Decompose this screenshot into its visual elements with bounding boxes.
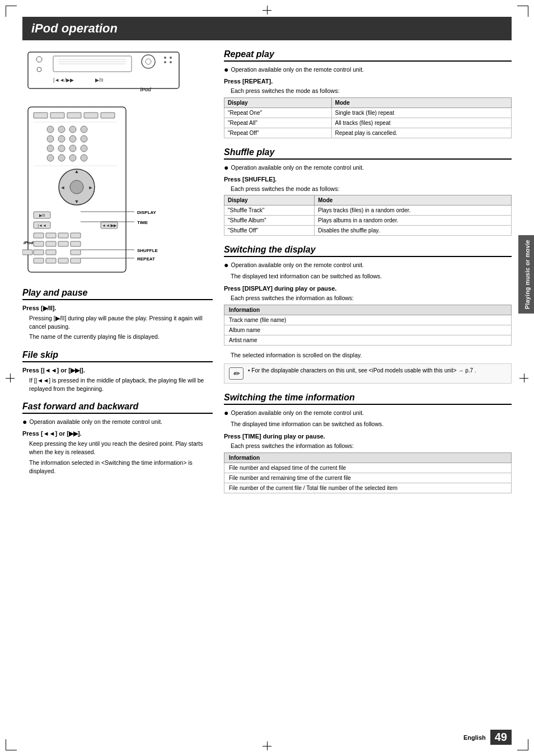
bullet-icon: ● <box>224 66 228 73</box>
display-info-table: Information Track name (file name) Album… <box>224 305 512 346</box>
svg-point-29 <box>69 136 76 142</box>
table-row: File number and elapsed time of the curr… <box>224 463 512 473</box>
svg-point-7 <box>142 55 155 68</box>
shuffle-col-mode: Mode <box>315 195 512 206</box>
switching-time-body1: The displayed time information can be sw… <box>224 420 512 428</box>
section-fast-forward-title: Fast forward and backward <box>22 402 213 414</box>
svg-text:REPEAT: REPEAT <box>137 256 155 262</box>
svg-point-30 <box>81 136 87 142</box>
svg-point-34 <box>81 145 87 152</box>
section-play-pause-title: Play and pause <box>22 288 213 300</box>
svg-rect-18 <box>50 113 64 118</box>
svg-text:TIME: TIME <box>137 220 148 225</box>
remote-diagram-container: ▲ ▼ ◄ ► ▶/II |◄◄ ◄◄/▶▶ <box>22 104 213 279</box>
file-skip-body1: If [|◄◄] is pressed in the middle of pla… <box>22 376 213 393</box>
svg-rect-59 <box>71 241 81 246</box>
shuffle-table: Display Mode "Shuffle Track" Plays track… <box>224 195 512 236</box>
svg-point-12 <box>170 61 172 63</box>
switching-time-each-press: Each press switches the information as f… <box>224 442 512 450</box>
section-shuffle-title: Shuffle play <box>224 147 512 160</box>
svg-text:|◄◄: |◄◄ <box>38 223 46 228</box>
svg-rect-19 <box>67 113 81 118</box>
svg-point-1 <box>36 57 42 62</box>
ff-body1: Keep pressing the key until you reach th… <box>22 440 213 456</box>
play-pause-body1: Pressing [▶/II] during play will pause t… <box>22 314 213 330</box>
svg-text:►: ► <box>88 185 93 190</box>
display-body2: The selected information is scrolled on … <box>224 351 512 360</box>
svg-point-25 <box>69 126 76 133</box>
shuffle-each-press: Each press switches the mode as follows: <box>224 185 512 193</box>
svg-rect-60 <box>34 250 44 255</box>
right-column: Repeat play ● Operation available only o… <box>224 49 512 499</box>
sidebar-playing-music: Playing music or movie <box>518 235 534 314</box>
svg-text:SHUFFLE: SHUFFLE <box>137 248 158 253</box>
svg-point-38 <box>81 155 87 161</box>
switching-display-each-press: Each press switches the information as f… <box>224 294 512 302</box>
ff-body2: The information selected in <Switching t… <box>22 459 213 475</box>
section-switching-time-title: Switching the time information <box>224 393 512 405</box>
svg-point-2 <box>37 67 41 72</box>
svg-rect-62 <box>22 250 32 255</box>
main-content: |◄◄/▶▶ ▶/II iPod <box>22 49 512 499</box>
press-play-label: Press [▶/II]. <box>22 305 213 312</box>
svg-point-27 <box>47 136 54 142</box>
svg-point-8 <box>146 59 151 64</box>
svg-point-24 <box>58 126 65 133</box>
corner-mark-br <box>517 739 528 750</box>
language-label: English <box>463 734 486 741</box>
table-row: File number and remaining time of the cu… <box>224 473 512 483</box>
svg-point-11 <box>164 61 166 63</box>
svg-rect-64 <box>34 258 44 263</box>
svg-rect-55 <box>71 233 81 238</box>
svg-rect-58 <box>58 241 68 246</box>
note-box: ✏ • For the displayable characters on th… <box>224 363 512 384</box>
table-row: "Shuffle Album" Plays albums in a random… <box>224 216 512 226</box>
switching-time-bullet: ● Operation available only on the remote… <box>224 409 512 417</box>
svg-point-36 <box>58 155 65 161</box>
table-row: File number of the current file / Total … <box>224 483 512 493</box>
svg-rect-52 <box>34 233 44 238</box>
table-row: Track name (file name) <box>224 315 512 325</box>
svg-text:▲: ▲ <box>74 169 79 174</box>
repeat-col-mode: Mode <box>331 97 511 108</box>
fast-forward-bullet: ● Operation available only on the remote… <box>22 418 213 426</box>
svg-point-9 <box>164 57 166 59</box>
svg-rect-20 <box>84 113 98 118</box>
svg-point-10 <box>170 57 172 59</box>
corner-mark-bl <box>6 739 17 750</box>
press-repeat-label: Press [REPEAT]. <box>224 78 512 85</box>
corner-mark-tl <box>6 6 17 17</box>
section-switching-display-title: Switching the display <box>224 245 512 257</box>
corner-mark-tr <box>517 6 528 17</box>
time-info-header: Information <box>224 452 512 463</box>
bullet-icon: ● <box>224 409 228 417</box>
note-text: • For the displayable characters on this… <box>248 367 476 374</box>
crosshair-top <box>263 6 271 15</box>
svg-point-33 <box>69 145 76 152</box>
switching-display-bullet: ● Operation available only on the remote… <box>224 262 512 269</box>
svg-rect-21 <box>101 113 115 118</box>
crosshair-right <box>519 374 528 382</box>
press-time-label: Press [TIME] during play or pause. <box>224 433 512 440</box>
svg-rect-61 <box>46 250 56 255</box>
svg-point-32 <box>58 145 65 152</box>
svg-point-23 <box>47 126 54 133</box>
time-info-table: Information File number and elapsed time… <box>224 452 512 493</box>
svg-rect-0 <box>28 52 179 88</box>
svg-text:◄◄/▶▶: ◄◄/▶▶ <box>102 223 117 227</box>
repeat-table: Display Mode "Repeat One" Single track (… <box>224 97 512 138</box>
svg-point-37 <box>69 155 76 161</box>
svg-text:|◄◄/▶▶: |◄◄/▶▶ <box>53 77 74 83</box>
svg-text:iPod: iPod <box>24 240 34 245</box>
device-diagram: |◄◄/▶▶ ▶/II iPod <box>22 49 213 95</box>
svg-rect-63 <box>71 250 81 255</box>
crosshair-left <box>6 374 15 382</box>
press-shuffle-label: Press [SHUFFLE]. <box>224 176 512 183</box>
svg-rect-67 <box>71 258 81 263</box>
switching-display-body1: The displayed text information can be sw… <box>224 272 512 281</box>
section-repeat-title: Repeat play <box>224 49 512 62</box>
repeat-each-press: Each press switches the mode as follows: <box>224 87 512 95</box>
section-file-skip-title: File skip <box>22 350 213 362</box>
svg-rect-65 <box>46 258 56 263</box>
table-row: "Shuffle Off" Disables the shuffle play. <box>224 226 512 236</box>
